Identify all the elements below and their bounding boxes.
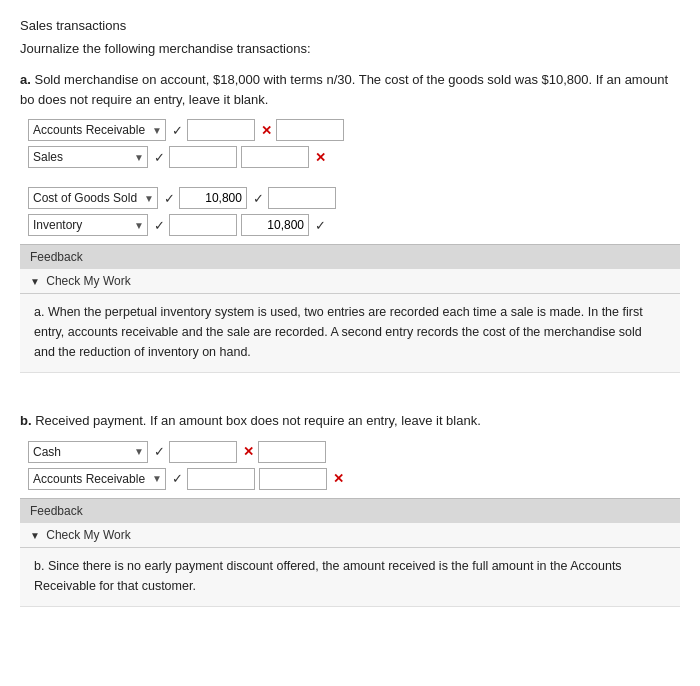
- check-icon-ar: ✓: [172, 123, 183, 138]
- question-a-label: a.: [20, 72, 31, 87]
- account-label-inventory: Inventory: [29, 217, 131, 233]
- check-icon-cash: ✓: [154, 444, 165, 459]
- check-my-work-b[interactable]: ▼ Check My Work: [20, 523, 680, 548]
- entry-row-ar: Accounts Receivable ▼ ✓ ✕: [28, 119, 672, 141]
- feedback-bar-b: Feedback: [20, 498, 680, 523]
- triangle-icon-b: ▼: [30, 530, 40, 541]
- dropdown-arrow-sales[interactable]: ▼: [131, 152, 147, 163]
- credit-input-cogs[interactable]: [268, 187, 336, 209]
- credit-input-ar-b[interactable]: [259, 468, 327, 490]
- check-my-work-a[interactable]: ▼ Check My Work: [20, 269, 680, 294]
- account-select-cogs[interactable]: Cost of Goods Sold ▼: [28, 187, 158, 209]
- account-select-ar-b[interactable]: Accounts Receivable ▼: [28, 468, 166, 490]
- check-icon-ar-b: ✓: [172, 471, 183, 486]
- question-b-entries: Cash ▼ ✓ ✕ Accounts Receivable ▼ ✓ ✕: [20, 441, 680, 490]
- check-icon-inventory: ✓: [154, 218, 165, 233]
- credit-input-cash[interactable]: [258, 441, 326, 463]
- entry-row-sales: Sales ▼ ✓ ✕: [28, 146, 672, 168]
- debit-input-sales[interactable]: [169, 146, 237, 168]
- account-label-ar-b: Accounts Receivable: [29, 471, 149, 487]
- dropdown-arrow-ar-b[interactable]: ▼: [149, 473, 165, 484]
- question-b-block: b. Received payment. If an amount box do…: [20, 411, 680, 607]
- question-b-label: b.: [20, 413, 32, 428]
- check-my-work-label-b: Check My Work: [46, 528, 130, 542]
- question-a-text: a. Sold merchandise on account, $18,000 …: [20, 70, 680, 109]
- instruction-text: Journalize the following merchandise tra…: [20, 41, 680, 56]
- dropdown-arrow-inventory[interactable]: ▼: [131, 220, 147, 231]
- account-select-cash[interactable]: Cash ▼: [28, 441, 148, 463]
- question-b-text: b. Received payment. If an amount box do…: [20, 411, 680, 431]
- feedback-bar-a: Feedback: [20, 244, 680, 269]
- x-icon-ar-b-credit: ✕: [333, 471, 344, 486]
- entry-row-cogs: Cost of Goods Sold ▼ ✓ ✓: [28, 187, 672, 209]
- check-icon-sales: ✓: [154, 150, 165, 165]
- account-select-sales[interactable]: Sales ▼: [28, 146, 148, 168]
- check-icon-cogs: ✓: [164, 191, 175, 206]
- dropdown-arrow-cash[interactable]: ▼: [131, 446, 147, 457]
- explanation-text-a: a. When the perpetual inventory system i…: [34, 302, 666, 362]
- entry-row-cash: Cash ▼ ✓ ✕: [28, 441, 672, 463]
- dropdown-arrow-ar[interactable]: ▼: [149, 125, 165, 136]
- check-my-work-label-a: Check My Work: [46, 274, 130, 288]
- feedback-label-a: Feedback: [30, 250, 83, 264]
- explanation-b: b. Since there is no early payment disco…: [20, 548, 680, 607]
- x-icon-sales-credit: ✕: [315, 150, 326, 165]
- check-inventory-credit: ✓: [315, 218, 326, 233]
- x-icon-cash-debit: ✕: [243, 444, 254, 459]
- credit-input-ar[interactable]: [276, 119, 344, 141]
- check-cogs-debit: ✓: [253, 191, 264, 206]
- account-label-cogs: Cost of Goods Sold: [29, 190, 141, 206]
- account-label-ar: Accounts Receivable: [29, 122, 149, 138]
- question-a-entries: Accounts Receivable ▼ ✓ ✕ Sales ▼ ✓ ✕: [20, 119, 680, 236]
- dropdown-arrow-cogs[interactable]: ▼: [141, 193, 157, 204]
- debit-input-ar[interactable]: [187, 119, 255, 141]
- entry-row-inventory: Inventory ▼ ✓ ✓: [28, 214, 672, 236]
- entry-row-ar-b: Accounts Receivable ▼ ✓ ✕: [28, 468, 672, 490]
- account-select-inventory[interactable]: Inventory ▼: [28, 214, 148, 236]
- account-select-ar[interactable]: Accounts Receivable ▼: [28, 119, 166, 141]
- account-label-sales: Sales: [29, 149, 131, 165]
- explanation-a: a. When the perpetual inventory system i…: [20, 294, 680, 373]
- triangle-icon-a: ▼: [30, 276, 40, 287]
- account-label-cash: Cash: [29, 444, 131, 460]
- debit-input-cogs[interactable]: [179, 187, 247, 209]
- question-a-block: a. Sold merchandise on account, $18,000 …: [20, 70, 680, 373]
- page-title: Sales transactions: [20, 18, 680, 33]
- debit-input-cash[interactable]: [169, 441, 237, 463]
- credit-input-inventory[interactable]: [241, 214, 309, 236]
- x-icon-ar-debit: ✕: [261, 123, 272, 138]
- credit-input-sales[interactable]: [241, 146, 309, 168]
- explanation-text-b: b. Since there is no early payment disco…: [34, 556, 666, 596]
- debit-input-ar-b[interactable]: [187, 468, 255, 490]
- debit-input-inventory[interactable]: [169, 214, 237, 236]
- feedback-label-b: Feedback: [30, 504, 83, 518]
